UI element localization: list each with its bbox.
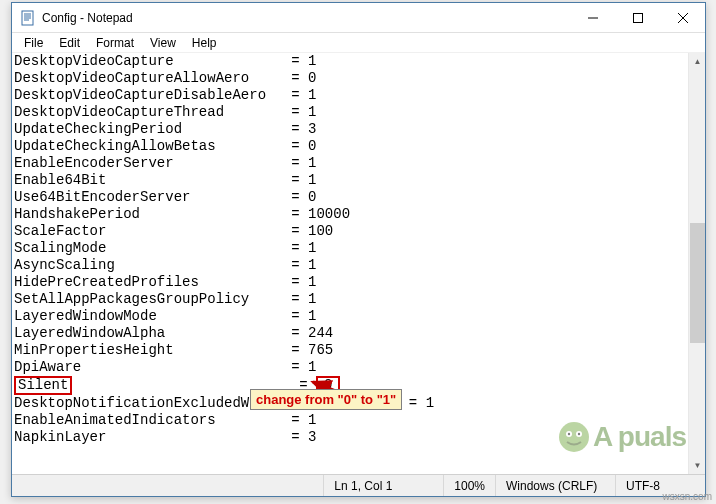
menu-format[interactable]: Format bbox=[88, 34, 142, 52]
config-line: LayeredWindowMode = 1 bbox=[14, 308, 686, 325]
config-line: LayeredWindowAlpha = 244 bbox=[14, 325, 686, 342]
config-line: SetAllAppPackagesGroupPolicy = 1 bbox=[14, 291, 686, 308]
menubar: File Edit Format View Help bbox=[12, 33, 705, 53]
svg-rect-6 bbox=[633, 13, 642, 22]
highlighted-key: Silent bbox=[14, 376, 72, 395]
config-line: UpdateCheckingAllowBetas = 0 bbox=[14, 138, 686, 155]
menu-edit[interactable]: Edit bbox=[51, 34, 88, 52]
scroll-thumb[interactable] bbox=[690, 223, 705, 343]
statusbar: Ln 1, Col 1 100% Windows (CRLF) UTF-8 bbox=[12, 474, 705, 496]
status-position: Ln 1, Col 1 bbox=[323, 475, 443, 496]
config-line: HidePreCreatedProfiles = 1 bbox=[14, 274, 686, 291]
corner-watermark: wsxsn.com bbox=[663, 491, 712, 502]
config-line: MinPropertiesHeight = 765 bbox=[14, 342, 686, 359]
window-controls bbox=[570, 3, 705, 32]
scroll-down-arrow[interactable]: ▼ bbox=[689, 457, 705, 474]
config-line: DesktopVideoCaptureThread = 1 bbox=[14, 104, 686, 121]
scroll-up-arrow[interactable]: ▲ bbox=[689, 53, 705, 70]
menu-view[interactable]: View bbox=[142, 34, 184, 52]
annotation-callout: change from "0" to "1" bbox=[250, 389, 402, 410]
config-line: HandshakePeriod = 10000 bbox=[14, 206, 686, 223]
config-line: DpiAware = 1 bbox=[14, 359, 686, 376]
notepad-window: Config - Notepad File Edit Format View H… bbox=[11, 2, 706, 497]
close-button[interactable] bbox=[660, 3, 705, 32]
config-line: AsyncScaling = 1 bbox=[14, 257, 686, 274]
config-line: UpdateCheckingPeriod = 3 bbox=[14, 121, 686, 138]
status-zoom: 100% bbox=[443, 475, 495, 496]
annotation-text: change from "0" to "1" bbox=[256, 392, 396, 407]
config-line: DesktopVideoCapture = 1 bbox=[14, 53, 686, 70]
maximize-button[interactable] bbox=[615, 3, 660, 32]
titlebar[interactable]: Config - Notepad bbox=[12, 3, 705, 33]
window-title: Config - Notepad bbox=[42, 11, 570, 25]
config-line: EnableEncoderServer = 1 bbox=[14, 155, 686, 172]
config-line: ScalingMode = 1 bbox=[14, 240, 686, 257]
content-area: DesktopVideoCapture = 1DesktopVideoCaptu… bbox=[12, 53, 705, 474]
status-line-ending: Windows (CRLF) bbox=[495, 475, 615, 496]
vertical-scrollbar[interactable]: ▲ ▼ bbox=[688, 53, 705, 474]
notepad-icon bbox=[20, 10, 36, 26]
menu-help[interactable]: Help bbox=[184, 34, 225, 52]
config-line: DesktopVideoCaptureDisableAero = 1 bbox=[14, 87, 686, 104]
config-line: Enable64Bit = 1 bbox=[14, 172, 686, 189]
minimize-button[interactable] bbox=[570, 3, 615, 32]
config-line: EnableAnimatedIndicators = 1 bbox=[14, 412, 686, 429]
config-line: NapkinLayer = 3 bbox=[14, 429, 686, 446]
config-line: Use64BitEncoderServer = 0 bbox=[14, 189, 686, 206]
menu-file[interactable]: File bbox=[16, 34, 51, 52]
config-line: DesktopVideoCaptureAllowAero = 0 bbox=[14, 70, 686, 87]
config-line: ScaleFactor = 100 bbox=[14, 223, 686, 240]
text-editor[interactable]: DesktopVideoCapture = 1DesktopVideoCaptu… bbox=[12, 53, 688, 474]
